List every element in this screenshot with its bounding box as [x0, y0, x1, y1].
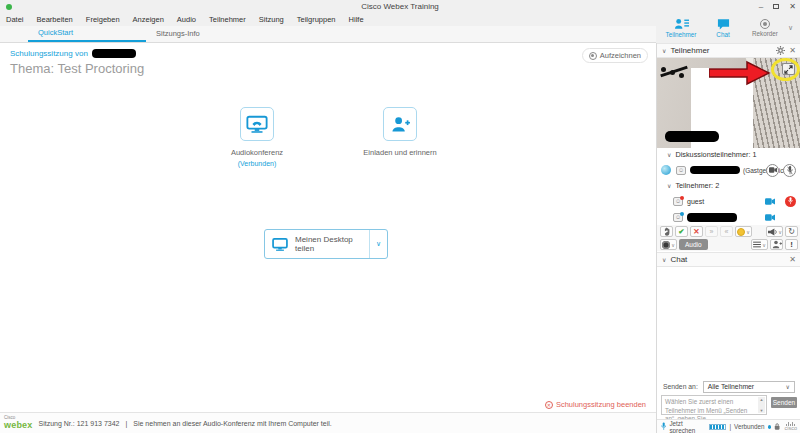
recorder-panel-button[interactable]: Rekorder	[744, 19, 786, 37]
annotation-arrow	[709, 59, 773, 87]
panelists-header-label: Diskussionsteilnehmer: 1	[675, 150, 756, 159]
menu-teilgruppen[interactable]: Teilgruppen	[297, 15, 336, 24]
camera-icon[interactable]	[765, 214, 775, 221]
redacted-name	[690, 166, 740, 174]
chevron-down-icon[interactable]: ∨	[370, 240, 387, 248]
participants-icon	[674, 18, 689, 30]
no-x-icon: ✕	[693, 227, 699, 236]
panelists-header[interactable]: ∨ Diskussionsteilnehmer: 1	[657, 148, 800, 161]
invite-remind-tile[interactable]: Einladen und erinnern	[352, 107, 448, 157]
session-host-line: Schulungssitzung von	[10, 49, 136, 58]
media-toolbar: ∨ Audio ∨ !	[657, 238, 800, 251]
chat-panel-button[interactable]: Chat	[702, 18, 744, 38]
camera-icon[interactable]	[765, 198, 775, 205]
send-button[interactable]: Senden	[771, 397, 797, 408]
participants-panel-label: Teilnehmer	[666, 31, 697, 38]
record-button[interactable]: Aufzeichnen	[582, 48, 648, 63]
collapse-icon[interactable]: ∨	[667, 182, 671, 189]
tab-session-info[interactable]: Sitzungs-Info	[146, 25, 236, 42]
share-desktop-button[interactable]: Meinen Desktop teilen ∨	[264, 229, 388, 259]
send-to-dropdown[interactable]: Alle Teilnehmer ∨	[703, 381, 795, 393]
collapse-icon[interactable]: ∨	[662, 47, 666, 54]
redacted-name	[665, 131, 719, 142]
collapse-icon[interactable]: ∨	[667, 151, 671, 158]
mic-active-button[interactable]	[785, 196, 796, 207]
audio-note: Sie nehmen an dieser Audio-Konferenz mit…	[133, 420, 331, 427]
send-to-row: Senden an: Alle Teilnehmer ∨	[657, 379, 800, 394]
gear-icon[interactable]	[776, 46, 785, 55]
attention-button[interactable]: !	[785, 239, 798, 250]
scroll-down-icon[interactable]: ▼	[760, 408, 764, 413]
chat-input[interactable]: Wählen Sie zuerst einen Teilnehmer im Me…	[661, 395, 767, 415]
view-options-button[interactable]: ∨	[751, 239, 768, 250]
host-camera-button[interactable]	[766, 164, 779, 177]
recorder-panel-label: Rekorder	[752, 30, 778, 37]
attendee-row[interactable]: ☺ guest	[657, 193, 800, 209]
chevron-down-icon: ∨	[785, 383, 789, 390]
menu-sitzung[interactable]: Sitzung	[259, 15, 284, 24]
raise-hand-button[interactable]	[660, 226, 673, 237]
separator: |	[125, 420, 127, 427]
close-icon[interactable]: ✕	[789, 46, 796, 55]
no-button[interactable]: ✕	[690, 226, 703, 237]
feedback-icon: ☺	[673, 197, 683, 206]
chat-panel-label: Chat	[716, 31, 729, 38]
menu-hilfe[interactable]: Hilfe	[349, 15, 364, 24]
video-thumbnail[interactable]	[657, 58, 800, 148]
menu-datei[interactable]: Datei	[6, 15, 24, 24]
sound-alert-button[interactable]: ∨	[766, 226, 783, 237]
minimize-button[interactable]: –	[759, 2, 763, 11]
emoticon-button[interactable]: ∨	[735, 226, 752, 237]
video-options-button[interactable]: ∨	[660, 239, 677, 250]
cisco-logo: cisco	[784, 422, 797, 432]
invite-remind-icon-box[interactable]	[383, 107, 417, 141]
yes-button[interactable]: ✔	[675, 226, 688, 237]
scroll-up-icon[interactable]: ▲	[760, 397, 764, 402]
network-indicator-icon	[661, 165, 671, 175]
menu-audio[interactable]: Audio	[177, 15, 196, 24]
microphone-icon	[788, 197, 793, 205]
host-mute-button[interactable]	[783, 164, 796, 177]
share-desktop-label: Meinen Desktop teilen	[295, 235, 369, 253]
attendees-header[interactable]: ∨ Teilnehmer: 2	[657, 179, 800, 192]
collapse-icon[interactable]: ∨	[662, 256, 666, 263]
maximize-button[interactable]	[773, 4, 779, 9]
close-button[interactable]: ✕	[789, 2, 796, 11]
separator: |	[729, 423, 731, 430]
attendee-name: guest	[687, 198, 704, 205]
menu-bearbeiten[interactable]: Bearbeiten	[37, 15, 73, 24]
main-area: Schulungssitzung von Thema: Test Proctor…	[0, 43, 656, 412]
monitor-phone-icon	[246, 115, 268, 134]
chevron-down-icon[interactable]: ∨	[788, 24, 793, 32]
feedback-icon: ☺	[673, 213, 683, 222]
scrollbar[interactable]: ▲▼	[758, 397, 765, 413]
chat-panel-header[interactable]: ∨ Chat ✕	[657, 252, 800, 267]
menu-anzeigen[interactable]: Anzeigen	[133, 15, 164, 24]
connection-indicator	[768, 425, 772, 429]
menu-freigeben[interactable]: Freigeben	[86, 15, 120, 24]
feedback-icon: ☺	[676, 166, 686, 175]
participants-panel-button[interactable]: Teilnehmer	[660, 18, 702, 38]
menu-teilnehmer[interactable]: Teilnehmer	[209, 15, 246, 24]
status-badge	[680, 196, 684, 200]
invite-attendee-icon	[772, 240, 782, 249]
invite-attendee-button[interactable]	[770, 239, 783, 250]
status-bar: Cisco webex Sitzung Nr.: 121 913 7342 | …	[0, 412, 656, 433]
end-session-button[interactable]: ✕ Schulungssitzung beenden	[545, 400, 646, 409]
host-row[interactable]: ☺ (Gastgeber, ich)	[657, 161, 800, 179]
end-session-icon: ✕	[545, 401, 553, 409]
tab-quickstart[interactable]: QuickStart	[28, 25, 146, 42]
close-icon[interactable]: ✕	[789, 255, 796, 264]
audio-conference-tile[interactable]: Audiokonferenz (Verbunden)	[214, 107, 300, 167]
send-to-value: Alle Teilnehmer	[708, 383, 754, 390]
session-host-label: Schulungssitzung von	[10, 49, 88, 58]
audio-conference-icon-box[interactable]	[240, 107, 274, 141]
participants-panel-header[interactable]: ∨ Teilnehmer ✕	[657, 43, 800, 58]
pass-control-button[interactable]: ↻	[785, 226, 798, 237]
audio-button[interactable]: Audio	[679, 239, 708, 250]
end-session-label: Schulungssitzung beenden	[556, 400, 646, 409]
send-to-label: Senden an:	[663, 383, 698, 390]
attendee-row[interactable]: ☺	[657, 209, 800, 225]
monitor-icon	[265, 238, 295, 251]
audio-conference-status[interactable]: (Verbunden)	[238, 160, 277, 167]
